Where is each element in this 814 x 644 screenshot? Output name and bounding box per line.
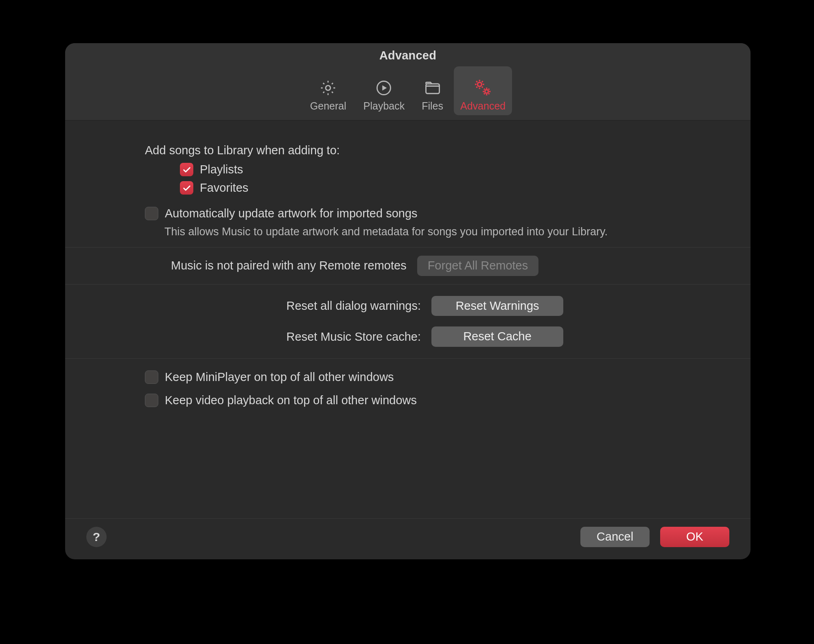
row-auto-artwork: Automatically update artwork for importe… bbox=[145, 206, 718, 221]
add-to-library-heading: Add songs to Library when adding to: bbox=[145, 142, 718, 158]
remote-status-text: Music is not paired with any Remote remo… bbox=[171, 258, 407, 274]
titlebar: Advanced General Playba bbox=[65, 43, 751, 120]
tab-label: Files bbox=[422, 100, 443, 112]
reset-cache-button[interactable]: Reset Cache bbox=[431, 326, 563, 347]
gears-icon bbox=[473, 77, 494, 99]
tab-label: Advanced bbox=[460, 100, 505, 112]
forget-remotes-button[interactable]: Forget All Remotes bbox=[417, 256, 539, 276]
checkbox-video-ontop[interactable] bbox=[145, 394, 158, 407]
reset-warnings-label: Reset all dialog warnings: bbox=[246, 298, 421, 314]
checkbox-label: Favorites bbox=[200, 180, 248, 196]
checkbox-label: Playlists bbox=[200, 162, 243, 177]
row-playlists: Playlists bbox=[180, 162, 718, 177]
gear-icon bbox=[317, 77, 339, 99]
svg-rect-2 bbox=[426, 84, 439, 94]
section-library: Add songs to Library when adding to: Pla… bbox=[65, 120, 751, 248]
checkbox-label: Automatically update artwork for importe… bbox=[165, 206, 418, 221]
footer: ? Cancel OK bbox=[65, 518, 751, 559]
tab-advanced[interactable]: Advanced bbox=[454, 66, 512, 115]
checkbox-playlists[interactable] bbox=[180, 163, 193, 176]
tab-label: Playback bbox=[363, 100, 405, 112]
checkbox-favorites[interactable] bbox=[180, 181, 193, 195]
content-area: Add songs to Library when adding to: Pla… bbox=[65, 120, 751, 518]
section-remotes: Music is not paired with any Remote remo… bbox=[65, 248, 751, 285]
preferences-window: Advanced General Playba bbox=[65, 43, 751, 559]
reset-cache-label: Reset Music Store cache: bbox=[246, 329, 421, 345]
checkbox-auto-artwork[interactable] bbox=[145, 207, 158, 220]
play-circle-icon bbox=[373, 77, 394, 99]
tab-bar: General Playback bbox=[65, 66, 751, 115]
checkbox-label: Keep MiniPlayer on top of all other wind… bbox=[165, 369, 394, 385]
svg-point-0 bbox=[326, 85, 330, 90]
help-button[interactable]: ? bbox=[86, 527, 107, 547]
checkbox-miniplayer-ontop[interactable] bbox=[145, 370, 158, 384]
tab-general[interactable]: General bbox=[304, 66, 353, 115]
reset-warnings-button[interactable]: Reset Warnings bbox=[431, 296, 563, 316]
svg-point-3 bbox=[477, 82, 481, 86]
checkbox-label: Keep video playback on top of all other … bbox=[165, 392, 417, 408]
ok-button[interactable]: OK bbox=[660, 527, 729, 547]
window-title: Advanced bbox=[65, 49, 751, 62]
tab-playback[interactable]: Playback bbox=[357, 66, 411, 115]
tab-label: General bbox=[310, 100, 346, 112]
row-reset-cache: Reset Music Store cache: Reset Cache bbox=[246, 326, 751, 347]
cancel-button[interactable]: Cancel bbox=[580, 527, 650, 547]
auto-artwork-description: This allows Music to update artwork and … bbox=[164, 224, 653, 239]
row-miniplayer-ontop: Keep MiniPlayer on top of all other wind… bbox=[145, 369, 718, 385]
row-favorites: Favorites bbox=[180, 180, 718, 196]
row-reset-warnings: Reset all dialog warnings: Reset Warning… bbox=[246, 296, 751, 316]
svg-point-4 bbox=[485, 90, 488, 93]
tab-files[interactable]: Files bbox=[415, 66, 450, 115]
section-reset: Reset all dialog warnings: Reset Warning… bbox=[65, 285, 751, 359]
section-ontop: Keep MiniPlayer on top of all other wind… bbox=[65, 359, 751, 419]
row-video-ontop: Keep video playback on top of all other … bbox=[145, 392, 718, 408]
folder-icon bbox=[422, 77, 443, 99]
